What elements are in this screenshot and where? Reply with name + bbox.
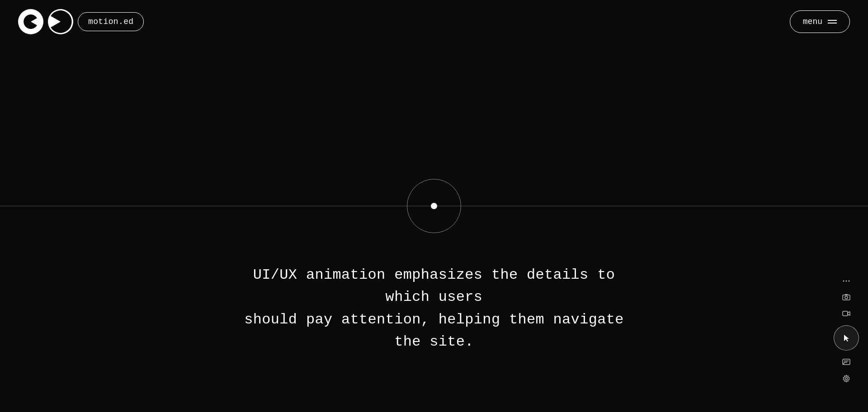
menu-lines-icon — [828, 20, 837, 23]
video-icon[interactable] — [840, 307, 853, 320]
svg-point-4 — [849, 281, 850, 282]
settings-small-icon[interactable] — [840, 275, 853, 287]
svg-marker-9 — [848, 312, 850, 315]
header-left: motion.ed — [18, 9, 144, 34]
svg-point-1 — [59, 14, 62, 18]
right-toolbar — [834, 275, 859, 385]
body-text-line1: UI/UX animation emphasizes the details t… — [253, 267, 615, 306]
logo-icon-1[interactable] — [18, 9, 43, 34]
cursor-circle-button[interactable] — [834, 325, 859, 351]
svg-point-6 — [845, 296, 848, 299]
svg-point-0 — [30, 17, 32, 19]
body-text-line2: should pay attention, helping them navig… — [244, 311, 624, 351]
svg-point-2 — [843, 281, 844, 282]
body-text: UI/UX animation emphasizes the details t… — [231, 264, 637, 353]
center-circle[interactable] — [407, 179, 461, 233]
menu-button[interactable]: menu — [790, 10, 850, 33]
svg-rect-5 — [843, 295, 850, 300]
camera-icon[interactable] — [840, 291, 853, 304]
logo-text-pill[interactable]: motion.ed — [78, 12, 144, 31]
svg-rect-7 — [845, 294, 848, 295]
center-circle-container — [407, 179, 461, 233]
svg-rect-8 — [843, 311, 848, 316]
body-text-container: UI/UX animation emphasizes the details t… — [231, 264, 637, 353]
center-dot — [431, 203, 437, 209]
gear-icon[interactable] — [840, 372, 853, 385]
svg-point-13 — [845, 378, 848, 380]
menu-label: menu — [803, 17, 822, 26]
logo-icon-2[interactable] — [48, 9, 73, 34]
chat-icon[interactable] — [840, 356, 853, 369]
header: motion.ed menu — [0, 0, 868, 43]
svg-point-3 — [846, 281, 847, 282]
